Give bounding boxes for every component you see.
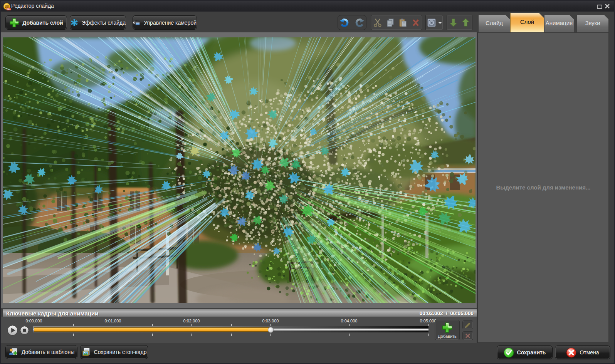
svg-text:PRO: PRO [7, 8, 11, 10]
